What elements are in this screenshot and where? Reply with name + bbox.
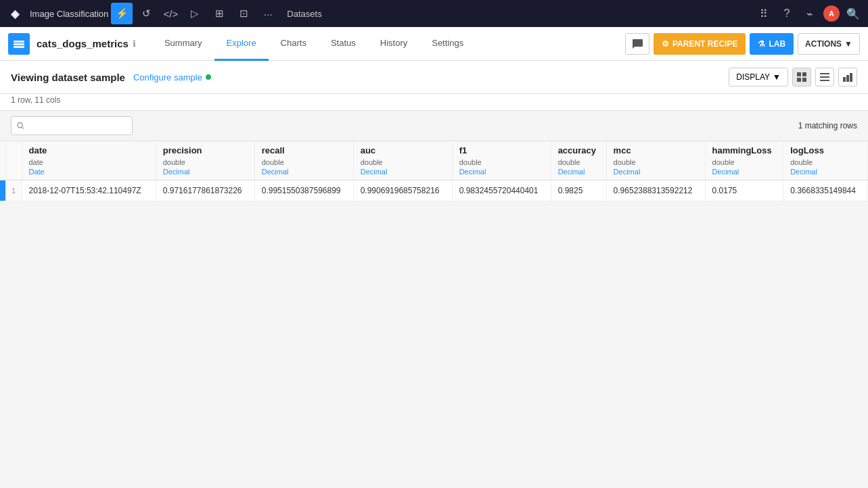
svg-rect-5 [797,78,801,82]
row-number: 1 [5,180,22,201]
lab-button[interactable]: ⚗ LAB [750,33,794,55]
search-input[interactable] [28,121,127,130]
parent-recipe-icon: ⚙ [662,39,669,49]
svg-rect-0 [14,41,24,43]
table-body: 12018-12-07T15:53:42.110497Z0.9716177861… [0,180,868,201]
table-row[interactable]: 12018-12-07T15:53:42.110497Z0.9716177861… [0,180,868,201]
svg-rect-8 [820,76,829,78]
svg-rect-7 [820,73,829,74]
run-icon-btn[interactable]: ▷ [184,3,206,24]
table-header-row: date date Date precision double Decimal … [0,141,868,180]
dataset-info-icon[interactable]: ℹ [133,39,136,49]
help-icon[interactable]: ? [777,4,796,23]
col-header-hammingloss: hammingLoss double Decimal [705,141,783,180]
more-icon-btn[interactable]: ··· [257,3,279,24]
list-view-button[interactable] [815,68,834,87]
tab-status[interactable]: Status [319,27,368,61]
col-header-f1: f1 double Decimal [452,141,551,180]
actions-button[interactable]: ACTIONS ▼ [798,33,860,55]
app-title: Image Classification [30,9,108,19]
svg-rect-1 [14,43,24,45]
rownum-col-header [5,141,22,180]
svg-rect-3 [797,72,801,76]
col-header-auc: auc double Decimal [353,141,452,180]
deploy-icon-btn[interactable]: ⊞ [208,3,230,24]
tab-history[interactable]: History [368,27,419,61]
row-count-bar: 1 row, 11 cols [0,94,868,111]
code-icon-btn[interactable]: </> [160,3,181,24]
cell-f1: 0.9832455720440401 [452,180,551,201]
display-button[interactable]: DISPLAY ▼ [729,68,788,87]
tab-charts[interactable]: Charts [269,27,319,61]
chevron-down-icon: ▼ [773,72,781,82]
tab-settings[interactable]: Settings [419,27,476,61]
topbar: ◈ Image Classification ⚡ ↺ </> ▷ ⊞ ⊡ ···… [0,0,868,27]
svg-rect-2 [14,46,24,48]
col-header-mcc: mcc double Decimal [606,141,705,180]
titlebar-actions: ⚙ PARENT RECIPE ⚗ LAB ACTIONS ▼ [625,33,868,55]
search-icon[interactable]: 🔍 [844,4,863,23]
search-input-wrap [11,116,133,135]
dataset-name: cats_dogs_metrics [37,38,129,49]
chart-view-button[interactable] [838,68,857,87]
svg-rect-11 [846,75,849,82]
flow-icon-btn[interactable]: ⚡ [111,3,133,24]
dataset-icon [8,33,30,55]
chevron-down-icon: ▼ [844,39,852,49]
indicator-col-header [0,141,5,180]
svg-rect-4 [802,72,806,76]
svg-line-14 [22,127,24,128]
cell-date: 2018-12-07T15:53:42.110497Z [22,180,156,201]
settings-icon-btn[interactable]: ↺ [135,3,157,24]
parent-recipe-button[interactable]: ⚙ PARENT RECIPE [654,33,746,55]
cell-mcc: 0.9652388313592212 [606,180,705,201]
grid-view-button[interactable] [792,68,811,87]
tab-explore[interactable]: Explore [214,27,269,61]
row-indicator [0,180,5,201]
configure-sample-link[interactable]: Configure sample [133,72,211,82]
col-header-accuracy: accuracy double Decimal [551,141,606,180]
datasets-link[interactable]: Datasets [281,9,327,19]
data-table-container: date date Date precision double Decimal … [0,141,868,201]
sample-bar: Viewing dataset sample Configure sample … [0,61,868,94]
svg-point-13 [18,122,22,127]
col-header-date: date date Date [22,141,156,180]
notifications-icon[interactable]: ⌁ [800,4,819,23]
cell-auc: 0.9906919685758216 [353,180,452,201]
tab-summary[interactable]: Summary [152,27,214,61]
flask-icon: ⚗ [758,39,765,49]
user-avatar[interactable]: A [823,5,840,22]
col-header-recall: recall double Decimal [254,141,353,180]
cell-logLoss: 0.3668335149844 [783,180,868,201]
svg-rect-10 [843,77,846,82]
matching-rows-count: 1 matching rows [798,121,857,130]
sample-controls: DISPLAY ▼ [729,68,857,87]
cell-hammingLoss: 0.0175 [705,180,783,201]
titlebar: cats_dogs_metrics ℹ Summary Explore Char… [0,27,868,61]
jobs-icon-btn[interactable]: ⊡ [233,3,254,24]
chat-button[interactable] [625,33,649,55]
col-header-precision: precision double Decimal [156,141,254,180]
search-bar: 1 matching rows [0,111,868,141]
status-dot [206,74,211,80]
cell-accuracy: 0.9825 [551,180,606,201]
search-icon [17,122,24,130]
content-area: Viewing dataset sample Configure sample … [0,61,868,488]
svg-rect-6 [802,78,806,82]
col-header-logloss: logLoss double Decimal [783,141,868,180]
svg-rect-9 [820,80,829,81]
grid-icon[interactable]: ⠿ [754,4,773,23]
cell-precision: 0.9716177861873226 [156,180,254,201]
sample-title: Viewing dataset sample [11,72,125,83]
data-table: date date Date precision double Decimal … [0,141,868,201]
cell-recall: 0.9951550387596899 [254,180,353,201]
tabs: Summary Explore Charts Status History Se… [152,27,476,60]
svg-rect-12 [850,73,852,82]
app-logo: ◈ [5,4,24,23]
